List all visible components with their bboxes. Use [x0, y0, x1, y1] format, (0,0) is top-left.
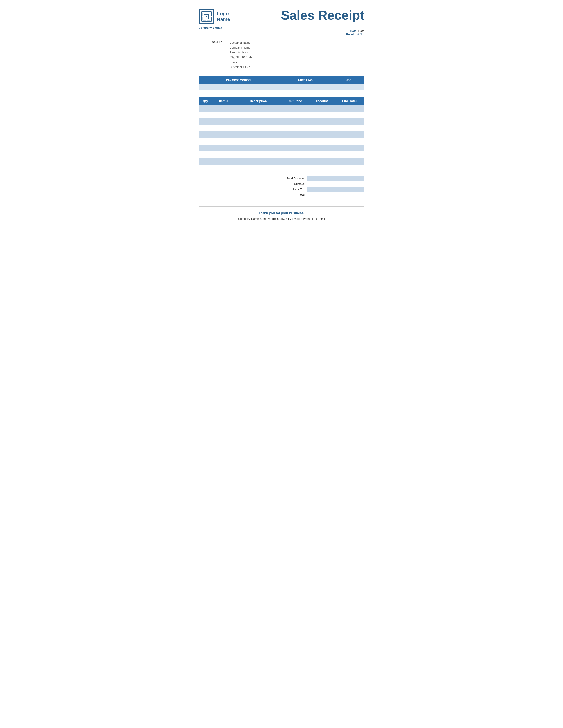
- logo-icon: [199, 9, 214, 24]
- table-row: [199, 165, 364, 171]
- sales-tax-label: Sales Tax: [271, 187, 307, 192]
- job-header: Job: [333, 76, 364, 84]
- sales-tax-row: Sales Tax: [271, 187, 364, 192]
- totals-table: Total Discount Subtotal Sales Tax Total: [271, 176, 364, 198]
- date-receipt-area: Date: Date Receipt # No.: [199, 29, 364, 36]
- total-label: Total: [271, 192, 307, 198]
- items-table: Qty Item # Description Unit Price Discou…: [199, 97, 364, 171]
- svg-rect-3: [205, 16, 207, 17]
- subtotal-label: Subtotal: [271, 181, 307, 187]
- sold-to-details: Customer Name Company Name Street Addres…: [229, 40, 252, 70]
- check-no-cell: [278, 84, 333, 90]
- table-row: [199, 138, 364, 145]
- total-discount-value2: [336, 176, 364, 181]
- unit-price-header: Unit Price: [282, 97, 308, 105]
- payment-row: [199, 84, 364, 90]
- sales-tax-value: [307, 187, 364, 192]
- thank-you: Thank you for your business!: [199, 211, 364, 215]
- receipt-title: Sales Receipt: [281, 9, 364, 22]
- subtotal-row: Subtotal: [271, 181, 364, 187]
- street-address: Street Address: [229, 50, 252, 55]
- check-no-header: Check No.: [278, 76, 333, 84]
- total-value: [307, 192, 364, 198]
- totals-section: Total Discount Subtotal Sales Tax Total: [199, 176, 364, 198]
- payment-method-cell: [199, 84, 278, 90]
- customer-id: Customer ID No.: [229, 65, 252, 69]
- job-cell: [333, 84, 364, 90]
- table-row: [199, 158, 364, 165]
- discount-header: Discount: [308, 97, 335, 105]
- date-label: Date:: [350, 29, 358, 33]
- company-slogan: Company Slogan: [199, 26, 364, 29]
- date-line: Date: Date: [199, 29, 364, 33]
- table-row: [199, 105, 364, 112]
- logo-name-text: Logo Name: [217, 11, 230, 23]
- table-row: [199, 151, 364, 158]
- total-discount-label: Total Discount: [271, 176, 307, 181]
- table-row: [199, 112, 364, 118]
- sold-to-section: Sold To Customer Name Company Name Stree…: [199, 40, 364, 70]
- item-num-header: Item #: [212, 97, 235, 105]
- logo-area: Logo Name: [199, 9, 230, 24]
- total-row: Total: [271, 192, 364, 198]
- payment-table: Payment Method Check No. Job: [199, 76, 364, 90]
- customer-name: Customer Name: [229, 40, 252, 45]
- subtotal-value: [307, 181, 364, 187]
- payment-method-header: Payment Method: [199, 76, 278, 84]
- date-value: Date: [358, 29, 364, 33]
- line-total-header: Line Total: [335, 97, 364, 105]
- city-state-zip: City, ST ZIP Code: [229, 55, 252, 60]
- company-name: Company Name: [229, 45, 252, 50]
- logo-svg: [201, 11, 212, 22]
- receipt-no: Receipt # No.: [199, 33, 364, 36]
- total-discount-value: [307, 176, 336, 181]
- table-row: [199, 125, 364, 131]
- header: Logo Name Sales Receipt: [199, 9, 364, 24]
- footer-address: Company Name Street Address,City, ST ZIP…: [199, 217, 364, 220]
- sold-to-label: Sold To: [212, 40, 229, 70]
- phone: Phone: [229, 60, 252, 65]
- qty-header: Qty: [199, 97, 212, 105]
- footer-divider: [199, 206, 364, 207]
- table-row: [199, 131, 364, 138]
- total-discount-row: Total Discount: [271, 176, 364, 181]
- description-header: Description: [235, 97, 282, 105]
- title-area: Sales Receipt: [281, 9, 364, 22]
- table-row: [199, 145, 364, 151]
- table-row: [199, 118, 364, 125]
